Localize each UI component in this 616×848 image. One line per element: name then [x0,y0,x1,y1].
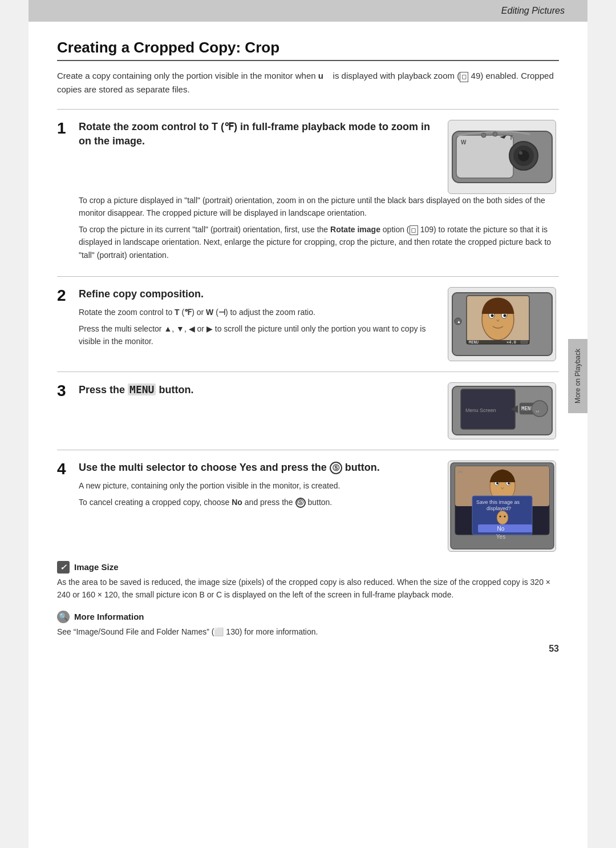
svg-point-9 [493,132,497,136]
step-4-image: ✂ Save this image as displayed? [448,461,556,552]
svg-point-38 [508,482,510,484]
step-4-content: Use the multi selector to choose Yes and… [79,461,559,552]
step-1-content: Rotate the zoom control to T (℉) in full… [79,120,559,266]
svg-text:MENU: MENU [469,340,479,345]
more-info-header: 🔍 More Information [57,611,559,623]
image-size-note: ✓ Image Size As the area to be saved is … [57,561,559,601]
svg-text:displayed?: displayed? [487,506,511,511]
step-4-body: A new picture, containing only the porti… [79,479,436,508]
svg-text:␣: ␣ [536,406,539,413]
step-2-content: Refine copy composition. Rotate the zoom… [79,287,559,361]
svg-rect-20 [521,341,528,344]
svg-point-5 [519,151,522,155]
svg-point-44 [499,516,501,518]
step-4-block: 4 Use the multi selector to choose Yes a… [57,461,559,552]
section-title: Editing Pictures [501,6,565,16]
divider-2 [57,276,559,277]
step-1-number: 1 [57,120,79,138]
divider-3 [57,371,559,372]
more-info-note: 🔍 More Information See “Image/Sound File… [57,611,559,638]
page-title: Creating a Cropped Copy: Crop [57,39,559,61]
svg-text:W: W [461,139,467,146]
step-4-number: 4 [57,461,79,478]
svg-point-29 [532,401,548,417]
svg-text:Menu Screen: Menu Screen [465,407,496,413]
divider [57,109,559,110]
more-info-label: More Information [74,612,144,621]
top-bar: Editing Pictures [29,0,587,22]
step-3-content: Press the MENU button. Menu Screen [79,382,559,439]
step-3-image: Menu Screen MENU ␣ [448,382,556,439]
svg-text:No: No [497,526,504,532]
sidebar-tab: More on Playback [568,339,587,413]
svg-point-8 [481,133,486,138]
image-size-header: ✓ Image Size [57,561,559,574]
svg-point-16 [503,314,506,317]
svg-text:T: T [509,135,513,141]
step-2-image: MENU ×4.0 ▲ [448,287,556,361]
svg-point-15 [491,314,493,317]
svg-point-45 [504,516,505,518]
sidebar-tab-label: More on Playback [574,349,582,403]
svg-text:✂: ✂ [457,468,463,476]
step-3-header: Press the MENU button. [79,382,436,397]
step-1-image: W T [448,120,556,194]
svg-rect-46 [478,524,532,532]
svg-point-43 [497,511,508,524]
svg-point-37 [496,482,499,484]
step-2-number: 2 [57,287,79,305]
svg-text:Save this image as: Save this image as [476,499,520,505]
intro-paragraph: Create a copy containing only the portio… [57,69,559,96]
step-2-header: Refine copy composition. [79,287,436,301]
step-1-body1: To crop a picture displayed in "tall" (p… [79,194,559,261]
svg-text:Yes: Yes [496,534,505,540]
step-3-number: 3 [57,382,79,400]
more-info-text: See “Image/Sound File and Folder Names” … [57,625,559,638]
step-4-header: Use the multi selector to choose Yes and… [79,461,436,475]
image-size-label: Image Size [74,562,119,572]
more-info-icon: 🔍 [57,611,70,623]
step-1-block: 1 Rotate the zoom control to T (℉) in fu… [57,120,559,266]
step-2-body: Rotate the zoom control to T (℉) or W (⊣… [79,306,436,348]
step-3-block: 3 Press the MENU button. [57,382,559,439]
step-1-header: Rotate the zoom control to T (℉) in full… [79,120,436,148]
svg-text:×4.0: ×4.0 [506,340,516,345]
image-size-text: As the area to be saved is reduced, the … [57,576,559,601]
divider-4 [57,450,559,450]
step-2-block: 2 Refine copy composition. Rotate the zo… [57,287,559,361]
page-number: 53 [549,644,559,654]
svg-text:▲: ▲ [457,320,461,324]
note-icon: ✓ [57,561,70,574]
